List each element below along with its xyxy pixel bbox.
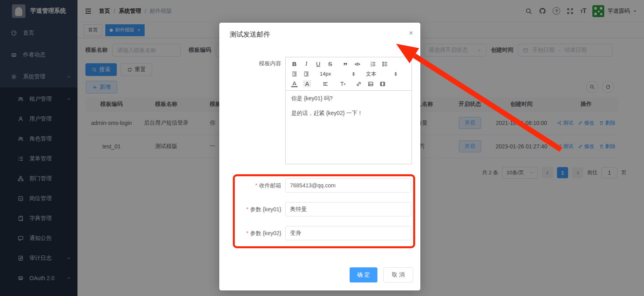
param-key01-label: *参数 {key01} <box>219 206 281 213</box>
outdent-button[interactable] <box>291 71 298 77</box>
editor-toolbar-row: A A Tx <box>291 79 406 89</box>
format-picker[interactable]: 文本 <box>366 70 397 78</box>
underline-button[interactable]: U <box>315 60 321 67</box>
field-label-text: 参数 {key01} <box>250 206 281 212</box>
field-label-text: 收件邮箱 <box>259 182 281 189</box>
dialog-title: 测试发送邮件 <box>230 30 270 39</box>
clean-glyph: T <box>340 81 344 87</box>
code-block-button[interactable]: </> <box>354 62 360 66</box>
font-size-picker[interactable]: 14px <box>320 71 355 77</box>
bold-button[interactable]: B <box>291 60 298 67</box>
italic-button[interactable]: I <box>303 60 309 67</box>
updown-caret-icon <box>352 72 355 76</box>
format-value: 文本 <box>366 70 376 78</box>
font-size-value: 14px <box>320 71 331 77</box>
blockquote-button[interactable]: ” <box>342 60 348 68</box>
cancel-button[interactable]: 取 消 <box>383 267 413 282</box>
font-color-button[interactable]: A <box>291 80 298 87</box>
video-button[interactable] <box>379 81 386 87</box>
strikethrough-button[interactable]: S <box>327 60 333 67</box>
editor-line: 你是 {key01} 吗? <box>291 95 406 102</box>
recipient-email-label: *收件邮箱 <box>219 182 281 189</box>
dialog-close-icon[interactable]: × <box>409 29 413 37</box>
required-mark: * <box>246 206 248 212</box>
clear-format-button[interactable]: Tx <box>340 81 346 87</box>
field-label-text: 参数 {key02} <box>250 230 281 236</box>
editor-toolbar-row: 14px 文本 <box>291 69 406 79</box>
updown-caret-icon <box>395 72 397 76</box>
highlight-color-button[interactable]: A <box>303 80 311 87</box>
recipient-email-input[interactable] <box>285 178 411 193</box>
confirm-button[interactable]: 确 定 <box>350 267 377 282</box>
ordered-list-button[interactable] <box>370 61 376 67</box>
editor-content[interactable]: 你是 {key01} 吗? 是的话，赶紧 {key02} 一下！ <box>285 90 412 164</box>
editor-line: 是的话，赶紧 {key02} 一下！ <box>291 110 406 117</box>
clean-sub-glyph: x <box>344 82 346 86</box>
test-send-mail-dialog: 测试发送邮件 × 模板内容 B I U S ” </> 14px 文本 <box>219 23 420 290</box>
param-key02-input[interactable] <box>285 226 411 240</box>
param-key02-label: *参数 {key02} <box>219 230 281 237</box>
image-button[interactable] <box>367 81 374 87</box>
editor-toolbar: B I U S ” </> 14px 文本 A A Tx <box>285 57 412 91</box>
editor-toolbar-row: B I U S ” </> <box>291 59 406 69</box>
param-key01-input[interactable] <box>285 202 411 216</box>
template-content-label: 模板内容 <box>219 60 281 67</box>
link-button[interactable] <box>356 81 362 87</box>
required-mark: * <box>255 182 257 189</box>
bullet-list-button[interactable] <box>382 61 388 67</box>
align-button[interactable] <box>322 81 329 87</box>
indent-button[interactable] <box>303 71 309 77</box>
required-mark: * <box>246 230 248 236</box>
